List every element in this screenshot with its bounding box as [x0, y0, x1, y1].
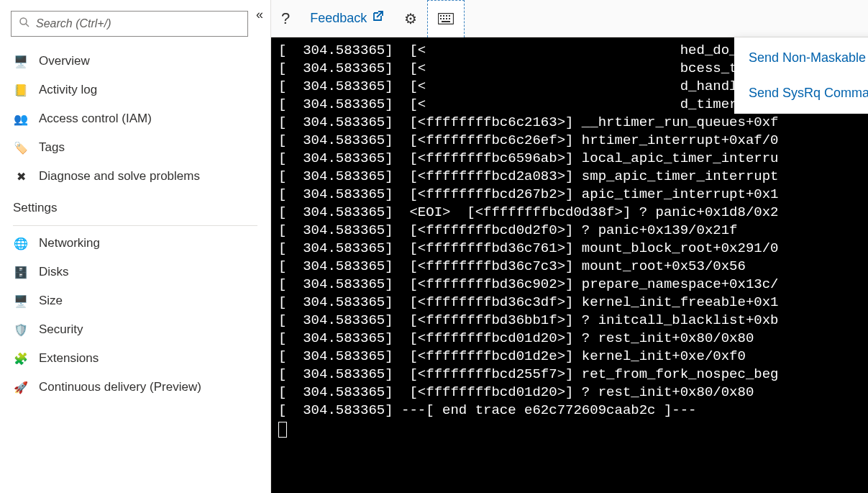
console-line: [ 304.583365] [<ffffffffbcd267b2>] apic_…: [278, 186, 779, 202]
nav-extensions[interactable]: 🧩 Extensions: [0, 344, 270, 373]
svg-point-0: [20, 18, 27, 24]
collapse-sidebar-button[interactable]: «: [256, 7, 263, 22]
nav-overview[interactable]: 🖥️ Overview: [0, 47, 270, 76]
external-link-icon: [371, 10, 384, 27]
special-commands-button[interactable]: [427, 0, 465, 37]
nav-security[interactable]: 🛡️ Security: [0, 315, 270, 344]
dropdown-send-sysrq[interactable]: Send SysRq Command: [734, 76, 868, 111]
console-line: [ 304.583365] [<ffffffffbd36c3df>] kerne…: [278, 294, 779, 310]
nav-label: Networking: [39, 236, 100, 250]
nav-label: Disks: [39, 265, 69, 279]
svg-rect-10: [449, 18, 450, 19]
toolbar: ? Feedback ⚙: [271, 0, 868, 37]
nav-label: Extensions: [39, 351, 99, 366]
search-placeholder: Search (Ctrl+/): [36, 17, 111, 30]
console-line: [ 304.583365] [<ffffffffbd36c761>] mount…: [278, 240, 779, 256]
nav: 🖥️ Overview 📒 Activity log 👥 Access cont…: [0, 42, 270, 493]
nav-label: Diagnose and solve problems: [39, 169, 200, 184]
help-button[interactable]: ?: [271, 0, 300, 37]
size-icon: 🖥️: [13, 293, 29, 309]
special-commands-dropdown: Send Non-Maskable Interrupt (NMI) Send S…: [734, 37, 868, 114]
nav-label: Security: [39, 322, 83, 337]
console-line: [ 304.583365] [<ffffffffbc6596ab>] local…: [278, 150, 779, 166]
security-icon: 🛡️: [13, 322, 29, 338]
networking-icon: 🌐: [13, 235, 29, 251]
search-input[interactable]: Search (Ctrl+/): [11, 11, 248, 37]
console-line: [ 304.583365] [<ffffffffbcd01d2e>] kerne…: [278, 348, 746, 364]
nav-label: Tags: [39, 140, 65, 155]
console-line: [ 304.583365] [<ffffffffbcd255f7>] ret_f…: [278, 366, 779, 382]
extensions-icon: 🧩: [13, 350, 29, 366]
svg-rect-9: [446, 18, 447, 19]
search-row: Search (Ctrl+/) «: [0, 0, 270, 42]
nav-access-control[interactable]: 👥 Access control (IAM): [0, 104, 270, 133]
feedback-link[interactable]: Feedback: [300, 0, 394, 37]
svg-rect-8: [443, 18, 444, 19]
search-icon: [19, 17, 30, 31]
console-line: [ 304.583365] [<ffffffffbd36c902>] prepa…: [278, 276, 779, 292]
nav-label: Size: [39, 294, 63, 308]
diagnose-icon: ✖: [13, 168, 29, 184]
settings-button[interactable]: ⚙: [394, 0, 427, 37]
nav-label: Activity log: [39, 83, 97, 97]
console-line: [ 304.583365] ---[ end trace e62c772609c…: [278, 402, 697, 418]
disks-icon: 🗄️: [13, 264, 29, 280]
nav-disks[interactable]: 🗄️ Disks: [0, 258, 270, 286]
console-cursor: [278, 422, 287, 438]
section-settings-label: Settings: [0, 191, 270, 221]
section-separator: [13, 225, 257, 226]
svg-rect-3: [440, 15, 442, 17]
console-line: [ 304.583365] [< bcess_times+0x6: [278, 60, 803, 76]
nav-label: Continuous delivery (Preview): [39, 380, 201, 394]
console-line: [ 304.583365] [<ffffffffbcd0d2f0>] ? pan…: [278, 222, 738, 238]
console-line: [ 304.583365] [<ffffffffbc6c26ef>] hrtim…: [278, 132, 779, 148]
console-line: [ 304.583365] <EOI> [<ffffffffbcd0d38f>]…: [278, 204, 779, 220]
nav-diagnose[interactable]: ✖ Diagnose and solve problems: [0, 162, 270, 191]
app-root: Search (Ctrl+/) « 🖥️ Overview 📒 Activity…: [0, 0, 868, 493]
tags-icon: 🏷️: [13, 140, 29, 155]
console-line: [ 304.583365] [< d_timer+0x39/0x: [278, 96, 803, 112]
main: ? Feedback ⚙ Send Non-Maskable Interrupt…: [271, 0, 868, 493]
nav-tags[interactable]: 🏷️ Tags: [0, 133, 270, 162]
console-line: [ 304.583365] [< d_handle+0x30/0: [278, 78, 803, 94]
console-line: [ 304.583365] [<ffffffffbd36bb1f>] ? ini…: [278, 312, 779, 328]
console-line: [ 304.583365] [<ffffffffbcd01d20>] ? res…: [278, 330, 754, 346]
console-line: [ 304.583365] [<ffffffffbcd2a083>] smp_a…: [278, 168, 779, 184]
svg-rect-5: [446, 15, 447, 17]
svg-rect-11: [442, 21, 450, 22]
sidebar: Search (Ctrl+/) « 🖥️ Overview 📒 Activity…: [0, 0, 271, 493]
svg-rect-7: [440, 18, 442, 19]
keyboard-icon: [438, 13, 454, 24]
overview-icon: 🖥️: [13, 53, 29, 69]
feedback-label: Feedback: [310, 11, 367, 26]
console-line: [ 304.583365] [<ffffffffbcd01d20>] ? res…: [278, 384, 754, 400]
nav-label: Overview: [39, 54, 90, 68]
nav-label: Access control (IAM): [39, 112, 152, 126]
svg-line-1: [26, 24, 29, 27]
console-line: [ 304.583365] [<ffffffffbc6c2163>] __hrt…: [278, 114, 779, 130]
nav-activity-log[interactable]: 📒 Activity log: [0, 76, 270, 104]
cd-icon: 🚀: [13, 379, 29, 395]
console-line: [ 304.583365] [<ffffffffbd36c7c3>] mount…: [278, 258, 746, 274]
dropdown-send-nmi[interactable]: Send Non-Maskable Interrupt (NMI): [734, 40, 868, 76]
nav-size[interactable]: 🖥️ Size: [0, 286, 270, 315]
svg-rect-6: [449, 15, 450, 17]
svg-rect-4: [443, 15, 444, 17]
nav-networking[interactable]: 🌐 Networking: [0, 229, 270, 258]
activity-log-icon: 📒: [13, 82, 29, 98]
nav-continuous-delivery[interactable]: 🚀 Continuous delivery (Preview): [0, 373, 270, 402]
access-control-icon: 👥: [13, 111, 29, 127]
console-line: [ 304.583365] [< hed_do_timer+0x: [278, 42, 803, 58]
